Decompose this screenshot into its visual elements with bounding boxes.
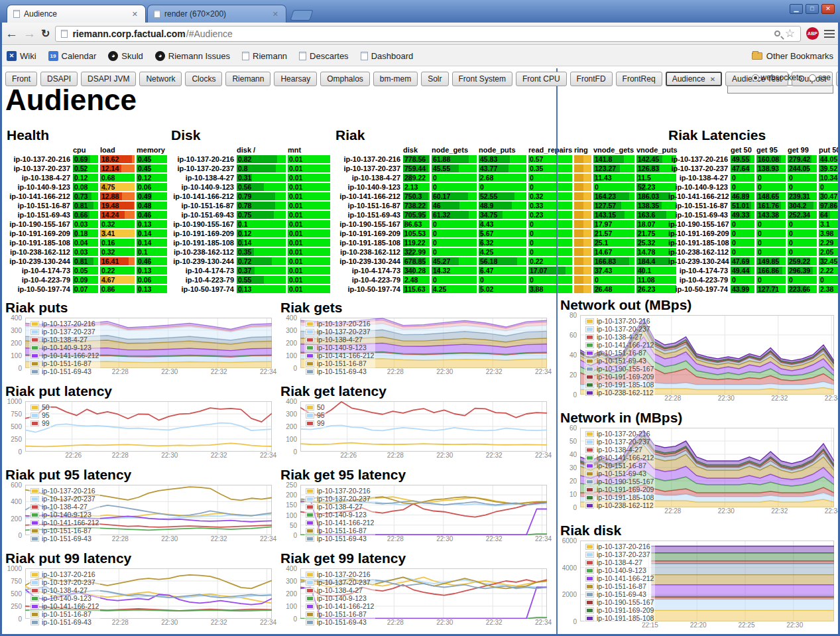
- table-row: ip-10-191-169-2090.183.410.14: [7, 229, 169, 237]
- cell-fill: [73, 220, 74, 228]
- cell-value: 18.62: [101, 155, 119, 163]
- dash-tab-hearsay[interactable]: Hearsay: [274, 72, 317, 86]
- legend-swatch-color: [587, 375, 593, 379]
- dash-tab-clocks[interactable]: Clocks: [185, 72, 222, 86]
- table-row: ip-10-138-4-270.310.01: [171, 174, 332, 182]
- metric-cell: [574, 164, 591, 172]
- new-tab-button[interactable]: [290, 10, 313, 21]
- reload-button[interactable]: ↻: [41, 27, 50, 40]
- chart-plot-area: 0100200300400ip-10-137-20-216ip-10-137-2…: [280, 568, 548, 619]
- minimize-button[interactable]: ▁: [790, 4, 803, 14]
- bookmark-item[interactable]: Dashboard: [361, 51, 414, 61]
- legend-label: ip-10-151-69-43: [317, 619, 367, 626]
- cell-fill: [574, 248, 583, 256]
- metric-cell: 0: [731, 183, 754, 191]
- cell-value: 0: [530, 174, 534, 182]
- metric-cell: 0: [788, 220, 817, 228]
- y-tick-label: 400: [286, 565, 297, 572]
- browser-tab[interactable]: Audience✕: [7, 5, 146, 23]
- maximize-button[interactable]: □: [806, 4, 819, 14]
- dash-tab-solr[interactable]: Solr: [421, 72, 448, 86]
- column-header: node_gets: [432, 146, 479, 154]
- adblock-badge[interactable]: ABP: [806, 27, 819, 40]
- legend-swatch-color: [307, 489, 313, 493]
- dash-tab-network[interactable]: Network: [139, 72, 182, 86]
- metric-cell: 0.16: [100, 239, 135, 247]
- metric-cell: 0.22: [100, 267, 135, 275]
- table-row: ip-10-137-20-2160.820.01: [171, 155, 332, 163]
- back-button[interactable]: ←: [5, 27, 18, 40]
- menu-icon[interactable]: [824, 30, 835, 38]
- legend-label: ip-10-151-69-43: [597, 591, 646, 598]
- table-row: ip-10-151-16-8751.01161.76304.297.86: [668, 202, 840, 210]
- cell-fill: [819, 229, 819, 237]
- url-bar[interactable]: riemann.corp.factual.com/#Audience ☆: [55, 26, 801, 42]
- legend-label: ip-10-238-162-112: [597, 389, 654, 397]
- legend-label: ip-10-151-16-87: [42, 360, 91, 367]
- browser-tab[interactable]: render (670×200)✕: [147, 5, 286, 23]
- host-label: ip-10-4-174-73: [7, 267, 73, 275]
- column-header: get 95: [756, 146, 788, 154]
- dash-tab-close-icon[interactable]: ✕: [710, 76, 715, 83]
- legend-item: ip-10-151-69-43: [30, 618, 99, 626]
- bookmark-item[interactable]: 19Calendar: [48, 51, 97, 61]
- dash-tab-frontreq[interactable]: FrontReq: [616, 72, 662, 86]
- legend-swatch: [30, 405, 39, 411]
- metric-cell: 0.03: [73, 248, 98, 256]
- close-button[interactable]: ✕: [821, 4, 835, 14]
- dash-tab-dsapi[interactable]: DSAPI: [40, 72, 78, 86]
- column-header: mnt: [288, 146, 332, 154]
- dash-tab-riemann[interactable]: Riemann: [225, 72, 270, 86]
- cell-value: 0: [789, 239, 793, 247]
- tab-close-icon[interactable]: ✕: [271, 10, 280, 19]
- dash-tab-label: Front: [12, 74, 30, 84]
- dash-tab-frontfd[interactable]: FrontFD: [570, 72, 613, 86]
- bookmark-item[interactable]: ◕Riemann Issues: [155, 51, 230, 61]
- dash-tab-omphalos[interactable]: Omphalos: [320, 72, 370, 86]
- legend-item: ip-10-191-169-209: [585, 373, 654, 381]
- dash-tab-audience[interactable]: Audience✕: [666, 72, 722, 86]
- host-label: ip-10-4-223-79: [7, 276, 73, 284]
- legend-label: ip-10-137-20-216: [42, 320, 95, 328]
- cell-value: 37.43: [595, 267, 612, 275]
- radio-websockets[interactable]: websockets: [752, 73, 803, 82]
- dash-tab-front[interactable]: Front: [5, 72, 37, 86]
- chart-riak_put_99: Riak put 99 latency02505007501000ip-10-1…: [5, 550, 273, 627]
- table-row: ip-10-238-162-1120.030.320.1: [7, 248, 169, 256]
- cell-value: 0.14: [238, 239, 251, 247]
- x-tick-label: 22:34: [260, 619, 276, 626]
- dash-tab-front-system[interactable]: Front System: [452, 72, 512, 86]
- bookmark-star-icon[interactable]: ☆: [785, 27, 795, 40]
- bookmark-item[interactable]: ◕Skuld: [108, 51, 143, 61]
- legend-label: ip-10-140-9-123: [42, 595, 91, 602]
- table-row: ip-10-191-185-108119.2206.32025.125.32: [335, 239, 678, 247]
- legend-swatch: [585, 374, 594, 380]
- metric-cell: 296.39: [788, 267, 817, 275]
- search-icon[interactable]: [774, 31, 780, 36]
- forward-button[interactable]: →: [23, 27, 36, 40]
- legend-swatch: [306, 596, 314, 602]
- bookmark-item[interactable]: ✕Wiki: [7, 51, 36, 61]
- cell-value: 119.22: [404, 239, 426, 247]
- column-header: disk: [403, 146, 432, 154]
- legend-item: ip-10-151-69-43: [585, 357, 654, 365]
- table-row: ip-10-140-9-1230.084.750.06: [7, 183, 169, 191]
- other-bookmarks[interactable]: Other Bookmarks: [752, 51, 833, 61]
- cell-value: 0.03: [74, 248, 88, 256]
- tab-close-icon[interactable]: ✕: [131, 10, 139, 19]
- metric-cell: [574, 285, 591, 293]
- table-row: ip-10-191-185-1080002.29: [668, 239, 840, 247]
- legend-item: ip-10-137-20-237: [585, 438, 654, 446]
- metric-cell: 0.03: [73, 220, 98, 228]
- host-label: ip-10-151-16-87: [171, 202, 237, 210]
- chart-plot-area: 0100200300400ip-10-137-20-216ip-10-137-2…: [280, 318, 548, 368]
- dash-tab-bm-mem[interactable]: bm-mem: [373, 72, 418, 86]
- radio-sse[interactable]: sse: [809, 73, 831, 82]
- legend-swatch-color: [587, 383, 593, 387]
- bookmark-item[interactable]: Riemann: [242, 51, 287, 61]
- dash-tab-front-cpu[interactable]: Front CPU: [516, 72, 567, 86]
- dash-tab-dsapi-jvm[interactable]: DSAPI JVM: [81, 72, 136, 86]
- legend-swatch-color: [32, 330, 38, 334]
- bookmark-item[interactable]: Descartes: [299, 51, 349, 61]
- cell-value: 0.16: [101, 239, 115, 247]
